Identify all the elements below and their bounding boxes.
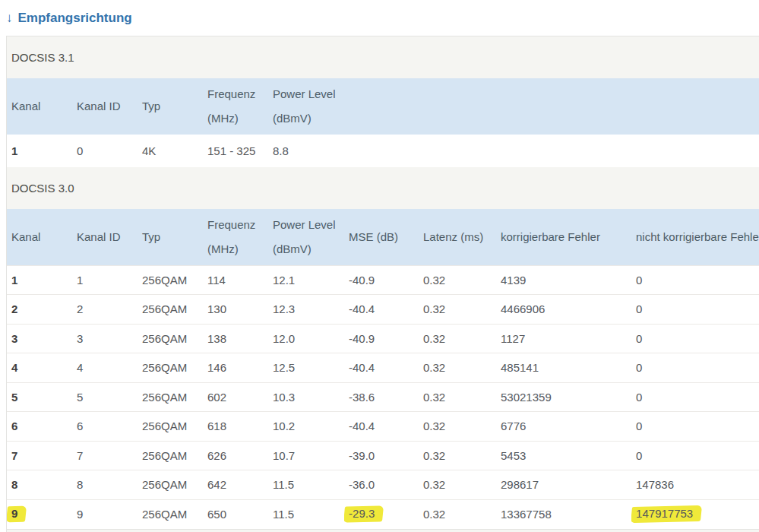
table-row: 33256QAM13812.0-40.90.3211270 xyxy=(7,324,759,353)
table-cell: 1 xyxy=(72,265,138,295)
table-cell: 8 xyxy=(72,470,138,500)
table-cell: 0 xyxy=(631,412,759,442)
cell-kanal: 1 xyxy=(7,265,72,295)
table-cell: 256QAM xyxy=(138,382,203,412)
table-cell: 256QAM xyxy=(138,470,203,500)
table-cell: 0.32 xyxy=(419,353,496,383)
cell-kanal: 3 xyxy=(7,324,72,353)
table-cell: 11.5 xyxy=(268,470,344,500)
table-cell: 0.32 xyxy=(419,499,496,529)
table-cell: 4K xyxy=(138,135,203,167)
marker-highlight: 9 xyxy=(7,506,27,523)
docsis30-section: DOCSIS 3.0 Kanal Kanal ID Typ Frequenz (… xyxy=(7,167,759,529)
table-row: 44256QAM14612.5-40.40.324851410 xyxy=(7,353,759,383)
table-cell: 11.5 xyxy=(268,499,344,529)
cell-kanal: 7 xyxy=(7,441,72,470)
table-cell: 0 xyxy=(631,441,759,470)
table-cell: 0.32 xyxy=(419,382,496,412)
table-cell: 650 xyxy=(203,499,268,529)
table-cell: 642 xyxy=(203,470,268,500)
table-cell: 147917753 xyxy=(631,499,759,529)
table-cell: 0.32 xyxy=(419,412,496,442)
table-cell: 0 xyxy=(631,324,759,353)
col-frequenz: Frequenz (MHz) xyxy=(203,209,268,265)
docsis30-table: Kanal Kanal ID Typ Frequenz (MHz) Power … xyxy=(7,209,759,529)
table-cell: 12.3 xyxy=(268,295,344,325)
col-power-level: Power Level (dBmV) xyxy=(268,78,759,135)
table-cell: 602 xyxy=(203,382,268,412)
table-cell: 256QAM xyxy=(138,353,203,383)
table-cell: 0.32 xyxy=(419,324,496,353)
table-cell: 130 xyxy=(203,295,268,325)
down-arrow-icon: ↓ xyxy=(6,10,13,27)
table-row: 88256QAM64211.5-36.00.32298617147836 xyxy=(7,470,759,500)
marker-highlight: 147917753 xyxy=(631,505,702,523)
table-cell: 0.32 xyxy=(419,441,496,470)
table-cell: -40.4 xyxy=(344,353,419,383)
col-kanal-id: Kanal ID xyxy=(72,209,138,265)
table-cell: 5 xyxy=(72,382,138,412)
table-cell: 0 xyxy=(631,382,759,412)
table-cell: 12.1 xyxy=(268,265,344,295)
cell-kanal: 1 xyxy=(7,135,72,167)
table-cell: -40.9 xyxy=(344,324,419,353)
docsis30-section-header: DOCSIS 3.0 xyxy=(7,167,759,209)
cell-kanal: 4 xyxy=(7,353,72,383)
table-cell: 10.7 xyxy=(268,441,344,470)
table-cell: 6776 xyxy=(496,412,631,442)
table-cell: 256QAM xyxy=(138,441,203,470)
table-cell: 4139 xyxy=(496,265,631,295)
table-cell: 618 xyxy=(203,412,268,442)
table-cell: 256QAM xyxy=(138,265,203,295)
cell-kanal: 6 xyxy=(7,412,72,442)
table-cell: -40.4 xyxy=(344,412,419,442)
table-cell: 0.32 xyxy=(419,265,496,295)
table-row: 99256QAM65011.5-29.30.321336775814791775… xyxy=(7,499,759,529)
docsis31-section: DOCSIS 3.1 Kanal Kanal ID Typ Frequenz (… xyxy=(7,36,759,167)
table-cell: -38.6 xyxy=(344,382,419,412)
table-cell: 12.5 xyxy=(268,353,344,383)
next-section-partial xyxy=(7,529,759,532)
table-cell: 147836 xyxy=(631,470,759,500)
table-cell: 0 xyxy=(631,265,759,295)
table-cell: 2 xyxy=(72,295,138,325)
table-row: 22256QAM13012.3-40.40.3244669060 xyxy=(7,295,759,325)
col-kanal-id: Kanal ID xyxy=(72,78,138,135)
table-cell: 0 xyxy=(631,353,759,383)
table-cell: 13367758 xyxy=(496,499,631,529)
docsis31-header-row: Kanal Kanal ID Typ Frequenz (MHz) Power … xyxy=(7,78,759,135)
col-power-level: Power Level (dBmV) xyxy=(268,209,344,265)
col-typ: Typ xyxy=(138,78,203,135)
page-title-text: Empfangsrichtung xyxy=(18,10,132,27)
table-cell: 138 xyxy=(203,324,268,353)
cell-kanal: 5 xyxy=(7,382,72,412)
docsis31-section-header: DOCSIS 3.1 xyxy=(7,36,759,78)
table-cell: 12.0 xyxy=(268,324,344,353)
page-title[interactable]: ↓ Empfangsrichtung xyxy=(6,10,132,27)
table-cell: 256QAM xyxy=(138,499,203,529)
table-cell: 1127 xyxy=(496,324,631,353)
col-kanal: Kanal xyxy=(7,78,72,135)
table-row: 66256QAM61810.2-40.40.3267760 xyxy=(7,412,759,442)
table-row: 77256QAM62610.7-39.00.3254530 xyxy=(7,441,759,470)
table-cell: 9 xyxy=(72,499,138,529)
col-nicht-korrigierbare-fehler: nicht korrigierbare Fehler xyxy=(631,209,759,265)
table-cell: 4466906 xyxy=(496,295,631,325)
table-cell: 10.2 xyxy=(268,412,344,442)
docsis30-header-row: Kanal Kanal ID Typ Frequenz (MHz) Power … xyxy=(7,209,759,265)
table-cell: 0.32 xyxy=(419,295,496,325)
table-row: 11256QAM11412.1-40.90.3241390 xyxy=(7,265,759,295)
table-cell: 151 - 325 xyxy=(203,135,268,167)
table-cell: 8.8 xyxy=(268,135,759,167)
cell-kanal: 2 xyxy=(7,295,72,325)
table-cell: 3 xyxy=(72,324,138,353)
marker-highlight: -29.3 xyxy=(344,505,384,522)
col-korrigierbare-fehler: korrigierbare Fehler xyxy=(496,209,631,265)
table-cell: 0.32 xyxy=(419,470,496,500)
col-frequenz: Frequenz (MHz) xyxy=(203,78,268,135)
col-mse: MSE (dB) xyxy=(344,209,419,265)
table-cell: -39.0 xyxy=(344,441,419,470)
table-row: 104K151 - 3258.8 xyxy=(7,135,759,167)
table-cell: 256QAM xyxy=(138,324,203,353)
table-row: 55256QAM60210.3-38.60.32530213590 xyxy=(7,382,759,412)
